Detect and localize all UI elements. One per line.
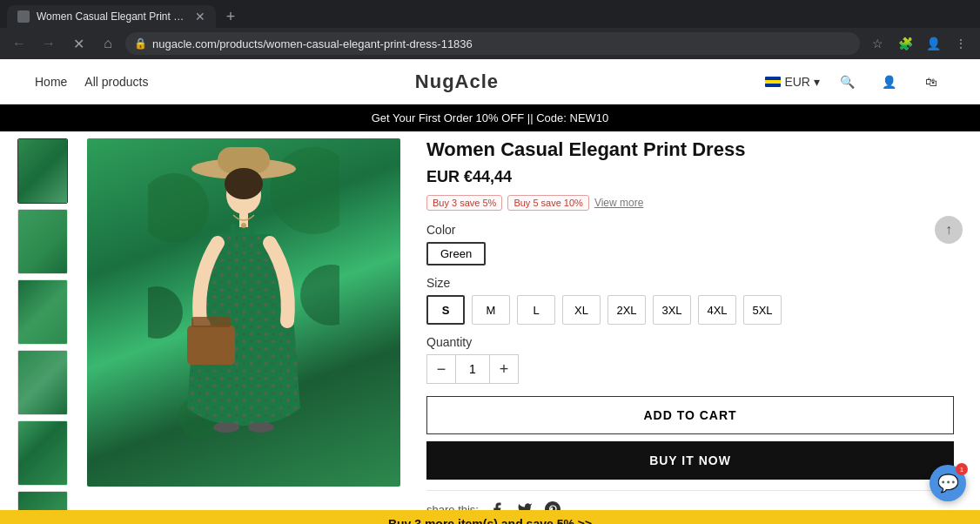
discount-tag-2[interactable]: Buy 5 save 10% xyxy=(507,195,589,211)
chat-notification-badge: 1 xyxy=(956,463,968,475)
size-btn-4xl[interactable]: 4XL xyxy=(698,295,736,325)
dress-illustration xyxy=(148,138,339,487)
size-btn-m[interactable]: M xyxy=(472,295,510,325)
tab-favicon xyxy=(17,10,30,23)
promo-banner: Get Your First Order 10% OFF || Code: NE… xyxy=(0,104,980,131)
cart-button[interactable]: 🛍 xyxy=(917,68,945,96)
quantity-decrease-button[interactable]: − xyxy=(427,355,455,383)
svg-point-1 xyxy=(270,147,339,234)
home-button[interactable]: ⌂ xyxy=(96,31,120,56)
chat-widget-button[interactable]: 💬 1 xyxy=(930,465,966,501)
size-btn-2xl[interactable]: 2XL xyxy=(607,295,646,325)
size-options: S M L XL 2XL 3XL 4XL 5XL xyxy=(426,295,954,325)
size-btn-l[interactable]: L xyxy=(517,295,555,325)
currency-chevron-icon: ▾ xyxy=(814,75,820,89)
currency-label: EUR xyxy=(784,75,810,89)
svg-point-2 xyxy=(148,286,183,339)
size-btn-s[interactable]: S xyxy=(426,295,465,325)
eu-flag-icon xyxy=(765,77,781,87)
browser-chrome: Women Casual Elegant Print D... ✕ + ← → … xyxy=(0,0,980,59)
svg-point-3 xyxy=(300,265,339,326)
lock-icon: 🔒 xyxy=(134,37,147,50)
discount-tags: Buy 3 save 5% Buy 5 save 10% View more xyxy=(426,195,954,211)
main-nav: Home All products xyxy=(35,75,149,89)
refresh-button[interactable]: ✕ xyxy=(66,31,91,56)
thumbnail-4[interactable] xyxy=(17,350,68,415)
thumbnail-1[interactable] xyxy=(17,138,68,204)
svg-point-19 xyxy=(213,422,239,433)
product-price: EUR €44,44 xyxy=(426,168,954,186)
url-text: nugacle.com/products/women-casual-elegan… xyxy=(152,37,473,50)
quantity-section: Quantity − 1 + xyxy=(426,335,954,384)
size-btn-5xl[interactable]: 5XL xyxy=(743,295,782,325)
size-section: Size S M L XL 2XL 3XL 4XL 5XL xyxy=(426,276,954,325)
svg-point-20 xyxy=(248,422,274,433)
thumbnail-5[interactable] xyxy=(17,420,68,486)
product-title: Women Casual Elegant Print Dress xyxy=(426,138,954,161)
back-button[interactable]: ← xyxy=(7,31,31,56)
svg-point-9 xyxy=(225,168,263,199)
profile-button[interactable]: 👤 xyxy=(921,31,945,56)
account-button[interactable]: 👤 xyxy=(876,68,903,96)
quantity-control: − 1 + xyxy=(426,354,519,384)
quantity-value: 1 xyxy=(455,355,490,383)
size-label: Size xyxy=(426,276,954,290)
site-header: Home All products NugAcle EUR ▾ 🔍 👤 🛍 xyxy=(0,59,980,104)
main-image-background xyxy=(87,138,400,487)
tab-close-button[interactable]: ✕ xyxy=(195,10,205,24)
promo-text: Get Your First Order 10% OFF || Code: NE… xyxy=(372,111,609,124)
color-option-green[interactable]: Green xyxy=(426,242,486,265)
product-info: Women Casual Elegant Print Dress EUR €44… xyxy=(418,138,963,524)
nav-all-products[interactable]: All products xyxy=(84,75,148,89)
search-button[interactable]: 🔍 xyxy=(834,68,862,96)
site-logo: NugAcle xyxy=(415,71,499,93)
view-more-link[interactable]: View more xyxy=(594,197,643,209)
bookmark-button[interactable]: ☆ xyxy=(865,31,889,56)
thumbnail-3[interactable] xyxy=(17,279,68,345)
svg-rect-17 xyxy=(191,317,231,327)
add-to-cart-button[interactable]: ADD TO CART xyxy=(426,396,954,434)
new-tab-button[interactable]: + xyxy=(219,5,242,28)
color-label: Color xyxy=(426,223,954,237)
bottom-promo-text: Buy 3 more item(s) and save 5% >> xyxy=(388,517,592,524)
quantity-label: Quantity xyxy=(426,335,954,349)
svg-point-18 xyxy=(241,223,246,228)
main-product-image xyxy=(87,138,400,487)
thumbnail-list xyxy=(17,138,70,524)
svg-rect-16 xyxy=(187,326,235,365)
size-btn-3xl[interactable]: 3XL xyxy=(653,295,691,325)
svg-point-0 xyxy=(148,173,209,243)
page-content: Home All products NugAcle EUR ▾ 🔍 👤 🛍 Ge… xyxy=(0,59,980,524)
thumbnail-2[interactable] xyxy=(17,209,68,274)
browser-tabs: Women Casual Elegant Print D... ✕ + xyxy=(0,0,980,28)
forward-button[interactable]: → xyxy=(37,31,61,56)
quantity-increase-button[interactable]: + xyxy=(490,355,518,383)
currency-selector[interactable]: EUR ▾ xyxy=(765,75,820,89)
nav-home[interactable]: Home xyxy=(35,75,67,89)
discount-tag-1[interactable]: Buy 3 save 5% xyxy=(426,195,502,211)
address-bar[interactable]: 🔒 nugacle.com/products/women-casual-eleg… xyxy=(125,32,860,55)
size-btn-xl[interactable]: XL xyxy=(562,295,601,325)
active-tab[interactable]: Women Casual Elegant Print D... ✕ xyxy=(7,5,216,28)
chat-icon: 💬 xyxy=(937,473,959,494)
bottom-promo-bar[interactable]: Buy 3 more item(s) and save 5% >> xyxy=(0,510,980,524)
buy-now-button[interactable]: BUY IT NOW xyxy=(426,441,954,480)
header-actions: EUR ▾ 🔍 👤 🛍 xyxy=(765,68,945,96)
extensions-button[interactable]: 🧩 xyxy=(893,31,917,56)
browser-action-buttons: ☆ 🧩 👤 ⋮ xyxy=(865,31,973,56)
menu-button[interactable]: ⋮ xyxy=(949,31,973,56)
product-area: Women Casual Elegant Print Dress EUR €44… xyxy=(0,138,980,524)
browser-toolbar: ← → ✕ ⌂ 🔒 nugacle.com/products/women-cas… xyxy=(0,28,980,59)
color-section: Color Green xyxy=(426,223,954,265)
tab-title: Women Casual Elegant Print D... xyxy=(37,10,188,23)
scroll-to-top-button[interactable]: ↑ xyxy=(935,216,963,244)
